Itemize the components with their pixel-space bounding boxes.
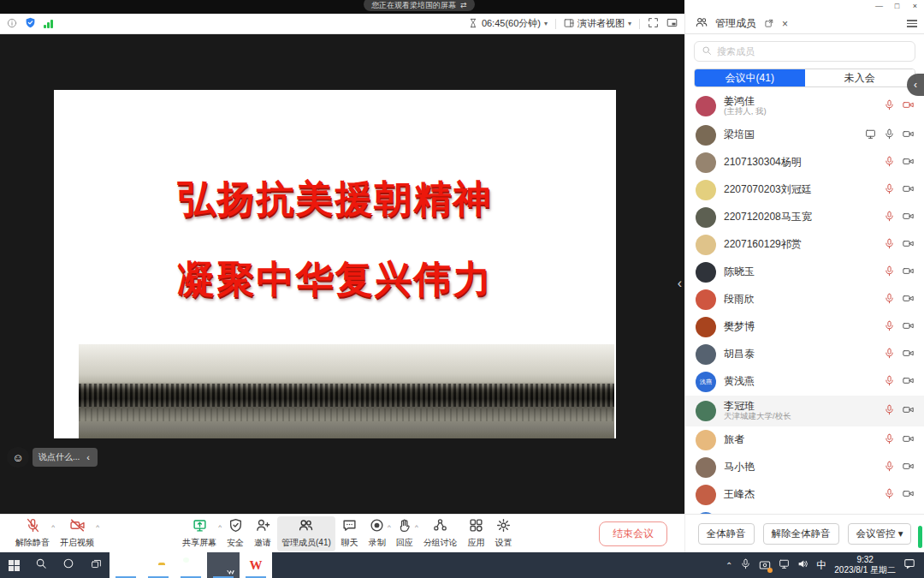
toolbar-share-screen-button[interactable]: 共享屏幕^ [178,516,221,551]
participant-row[interactable]: 樊梦博 [685,313,924,341]
tray-expand-icon[interactable]: ⌃ [726,561,732,570]
toolbar-settings-button[interactable]: 设置 [491,516,517,551]
task-view-button[interactable] [82,552,110,578]
toolbar-mic-muted-button[interactable]: 解除静音^ [11,516,54,551]
tab-not-joined[interactable]: 未入会 [805,69,915,86]
mic-icon[interactable] [884,128,895,143]
toolbar-invite-button[interactable]: 邀请 [250,516,275,551]
chevron-up-icon[interactable]: ^ [51,523,55,531]
screen-share-icon[interactable] [865,128,876,143]
camera-icon[interactable] [903,347,914,362]
cortana-button[interactable] [55,552,82,578]
tray-record-icon[interactable] [759,559,771,571]
toolbar-chat-button[interactable]: 聊天 [337,516,363,551]
toolbar-react-button[interactable]: 回应^ [392,516,418,551]
mic-muted-icon[interactable] [884,265,895,280]
panel-handle[interactable]: ‹ [907,74,924,96]
participant-row[interactable]: 2107130304杨明 [685,149,924,176]
camera-off-icon[interactable] [903,98,914,114]
participant-row[interactable]: 梁培国 [685,122,924,149]
mic-muted-icon[interactable] [884,98,895,114]
participant-list[interactable]: 姜鸿佳(主持人, 我)梁培国2107130304杨明2207070203刘冠廷2… [685,91,924,514]
camera-icon[interactable] [903,182,914,198]
search-box[interactable] [694,41,915,62]
camera-icon[interactable] [903,155,914,170]
participant-row[interactable]: 2207120208马玉宽 [685,204,924,231]
scrollbar-thumb[interactable] [918,526,922,548]
toolbar-apps-button[interactable]: 应用 [464,516,489,551]
taskbar-app-wps[interactable]: W [240,552,272,578]
mic-muted-icon[interactable] [884,374,895,390]
participant-row[interactable]: 陈晓玉 [685,259,924,286]
chevron-up-icon[interactable]: ^ [218,523,222,531]
tab-in-meeting[interactable]: 会议中(41) [695,69,805,86]
start-button[interactable] [0,552,27,578]
mic-muted-icon[interactable] [884,403,895,419]
tray-mic-icon[interactable] [740,557,751,573]
mic-muted-icon[interactable] [884,237,895,253]
camera-icon[interactable] [903,374,914,390]
camera-icon[interactable] [903,460,914,475]
panel-close-button[interactable]: × [782,18,788,30]
close-button[interactable]: × [906,0,924,12]
fullscreen-button[interactable] [648,16,659,32]
mic-muted-icon[interactable] [884,155,895,170]
camera-icon[interactable] [903,403,914,419]
taskbar-clock[interactable]: 9:32 2023/8/1 星期二 [834,555,896,576]
participant-row[interactable]: 段雨欣 [685,286,924,313]
menu-icon[interactable] [907,20,917,27]
participant-row[interactable]: 王峰杰 [685,481,924,509]
chevron-up-icon[interactable]: ^ [415,523,418,531]
maximize-button[interactable]: □ [888,0,906,12]
search-input[interactable] [717,46,908,57]
camera-icon[interactable] [903,292,914,307]
info-icon[interactable] [7,16,17,32]
participant-row[interactable]: 浅燕黄浅燕 [685,368,924,396]
toolbar-shield-button[interactable]: 安全 [222,516,248,551]
message-input[interactable]: 说点什么... ‹ [33,448,98,467]
minimize-button[interactable]: — [870,0,888,12]
participant-row[interactable]: 姜鸿佳(主持人, 我) [685,91,924,122]
mic-muted-icon[interactable] [884,487,895,503]
tray-speaker-icon[interactable] [797,557,808,573]
camera-icon[interactable] [903,265,914,280]
collapse-chat-icon[interactable]: ‹ [86,452,90,462]
tray-display-icon[interactable] [779,557,790,573]
toolbar-record-button[interactable]: 录制^ [364,516,390,551]
popout-icon[interactable] [764,16,774,32]
toolbar-members-button[interactable]: 管理成员(41) [277,516,335,551]
chevron-up-icon[interactable]: ^ [388,523,391,531]
camera-icon[interactable] [903,237,914,253]
participant-row[interactable]: 李冠琟天津城建大学/校长 [685,396,924,426]
taskbar-app-meeting[interactable] [207,552,240,578]
camera-icon[interactable] [903,319,914,335]
meeting-control-button[interactable]: 会议管控 ▾ [848,523,912,545]
ime-indicator[interactable]: 中 [816,558,826,573]
chevron-up-icon[interactable]: ^ [96,523,99,531]
view-mode-button[interactable]: 演讲者视图 ▾ [564,17,631,30]
shield-check-icon[interactable] [25,16,36,32]
mic-muted-icon[interactable] [884,182,895,198]
camera-icon[interactable] [903,487,914,503]
unmute-all-button[interactable]: 解除全体静音 [763,523,839,545]
camera-icon[interactable] [903,432,914,448]
participant-row[interactable]: 2207070203刘冠廷 [685,176,924,204]
mic-muted-icon[interactable] [884,292,895,307]
taskbar-app-wechat[interactable] [175,552,207,578]
toolbar-camera-off-button[interactable]: 开启视频^ [56,516,98,551]
taskbar-app-file-explorer[interactable] [142,552,175,578]
participant-row[interactable]: 马小艳 [685,454,924,481]
camera-icon[interactable] [903,128,914,143]
mic-muted-icon[interactable] [884,319,895,335]
camera-icon[interactable] [903,210,914,225]
participant-row[interactable]: 2207160129祁赏 [685,231,924,259]
swap-icon[interactable]: ⇄ [460,1,467,9]
mic-muted-icon[interactable] [884,460,895,475]
signal-icon[interactable] [44,19,53,28]
end-meeting-button[interactable]: 结束会议 [599,521,667,546]
mute-all-button[interactable]: 全体静音 [698,523,755,545]
toolbar-breakout-button[interactable]: 分组讨论 [419,516,462,551]
emoji-button[interactable]: ☺ [7,447,29,468]
participant-row[interactable]: 胡昌泰 [685,341,924,368]
mic-muted-icon[interactable] [884,347,895,362]
